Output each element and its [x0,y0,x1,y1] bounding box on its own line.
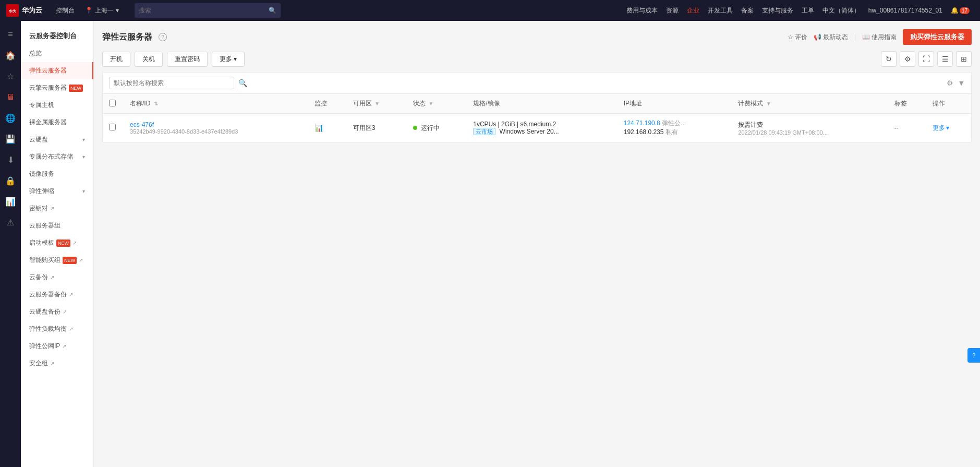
info-icon[interactable]: ? [159,33,167,41]
col-zone: 可用区 ▼ [347,94,407,114]
table-settings-icon[interactable]: ⚙ [947,79,953,87]
external-link-icon-2: ↗ [72,240,77,246]
start-button[interactable]: 开机 [102,52,130,67]
sidebar-item-security-group[interactable]: 安全组 ↗ [21,355,93,372]
ecs-name-link[interactable]: ecs-476f [130,121,302,128]
sidebar-icon-storage[interactable]: 💾 [1,129,20,148]
col-tags: 标签 [888,94,926,114]
sidebar-icon-alert[interactable]: ⚠ [1,213,20,232]
external-link-icon-7: ↗ [69,326,73,332]
cell-billing: 按需计费 2022/01/28 09:43:19 GMT+08:00... [732,114,888,142]
region-selector[interactable]: 📍 上海一 ▾ [80,6,124,15]
logo[interactable]: 华为 华为云 [6,4,42,17]
resources-menu[interactable]: 资源 [662,0,683,21]
sidebar-item-server-group[interactable]: 云服务器组 [21,217,93,234]
sidebar-item-autoscaling[interactable]: 弹性伸缩 ▾ [21,183,93,200]
table-search-icon[interactable]: 🔍 [238,79,247,87]
sidebar-item-disk-backup[interactable]: 云硬盘备份 ↗ [21,303,93,320]
page-header-actions: ☆ 评价 📢 最新动态 | 📖 使用指南 购买弹性云服务器 [788,29,972,45]
content-area: 弹性云服务器 ? ☆ 评价 📢 最新动态 | 📖 使用指南 购买弹性云服务器 [94,21,980,467]
chevron-down-icon: ▾ [234,55,237,63]
top-navigation: 华为 华为云 控制台 📍 上海一 ▾ 🔍 费用与成本 资源 企业 开发工具 备案… [0,0,980,21]
top-nav-right: 费用与成本 资源 企业 开发工具 备案 支持与服务 工单 中文（简体） hw_0… [622,0,974,21]
sidebar-item-ecs[interactable]: 弹性云服务器 [21,62,93,79]
icp-menu[interactable]: 备案 [737,0,758,21]
new-badge-cloud-ecs: NEW [69,85,83,92]
float-help-button[interactable]: ? [967,348,980,363]
rating-link[interactable]: ☆ 评价 [788,33,807,42]
ticket-menu[interactable]: 工单 [797,0,818,21]
grid-view-button[interactable]: ⊞ [956,51,972,67]
zone-filter-icon[interactable]: ▼ [374,101,380,106]
username[interactable]: hw_008617817174552_01 [864,0,947,21]
marketplace-tag: 云市场 [473,128,495,135]
notification-bell[interactable]: 🔔17 [947,0,974,21]
table-filter-icon[interactable]: ▼ [958,79,965,87]
sidebar-icon-network[interactable]: 🌐 [1,109,20,127]
sidebar-item-dedicated-host[interactable]: 专属主机 [21,97,93,114]
sidebar-icon-home[interactable]: 🏠 [1,46,20,65]
refresh-button[interactable]: ↻ [881,51,897,67]
sidebar-item-image[interactable]: 镜像服务 [21,165,93,183]
search-icon: 🔍 [269,7,276,14]
table-search-input[interactable] [109,77,234,89]
more-actions-button[interactable]: 更多 ▾ [212,52,245,67]
reset-password-button[interactable]: 重置密码 [167,52,208,67]
main-layout: ≡ 🏠 ☆ 🖥 🌐 💾 ⬇ 🔒 📊 ⚠ 云服务器控制台 总览 弹性云服务器 云擎… [0,21,980,467]
list-view-button[interactable]: ☰ [937,51,953,67]
arrow-icon: ▾ [82,137,85,142]
sidebar-icon-monitor[interactable]: 📊 [1,192,20,211]
sidebar-item-eip[interactable]: 弹性公网IP ↗ [21,338,93,355]
monitor-icon[interactable]: 📊 [314,124,323,132]
language-menu[interactable]: 中文（简体） [818,0,864,21]
external-link-icon-5: ↗ [69,292,73,297]
billing-filter-icon[interactable]: ▼ [766,101,771,106]
sidebar-icon-star[interactable]: ☆ [1,67,20,86]
sidebar-item-disk[interactable]: 云硬盘 ▾ [21,131,93,148]
cell-monitor: 📊 [308,114,346,142]
buy-ecs-button[interactable]: 购买弹性云服务器 [903,29,972,45]
status-filter-icon[interactable]: ▼ [428,101,433,106]
more-chevron-icon: ▾ [946,124,949,131]
row-checkbox[interactable] [109,124,116,130]
enterprise-menu[interactable]: 企业 [683,0,704,21]
cost-menu[interactable]: 费用与成本 [622,0,662,21]
toolbar: 开机 关机 重置密码 更多 ▾ ↻ ⚙ ⛶ ☰ ⊞ [102,51,972,67]
fullscreen-button[interactable]: ⛶ [918,51,934,67]
sidebar-item-backup[interactable]: 云备份 ↗ [21,269,93,286]
external-link-icon-4: ↗ [50,274,54,280]
sidebar-icon-server[interactable]: 🖥 [1,88,20,106]
select-all-checkbox[interactable] [109,100,116,106]
settings-button[interactable]: ⚙ [900,51,915,67]
sidebar-item-cloud-ecs[interactable]: 云擎云服务器 NEW [21,79,93,97]
sidebar-item-smart-buy[interactable]: 智能购买组 NEW ↗ [21,252,93,269]
console-link[interactable]: 控制台 [51,0,80,21]
external-link-icon: ↗ [50,206,54,211]
sidebar-item-launch-template[interactable]: 启动模板 NEW ↗ [21,234,93,252]
sidebar-item-keypair[interactable]: 密钥对 ↗ [21,200,93,217]
sidebar-item-elb[interactable]: 弹性负载均衡 ↗ [21,320,93,338]
col-name: 名称/ID ⇅ [124,94,308,114]
usage-guide-link[interactable]: 📖 使用指南 [862,33,897,42]
sidebar-item-overview[interactable]: 总览 [21,45,93,62]
row-more-button[interactable]: 更多 ▾ [933,124,949,133]
cell-zone: 可用区3 [347,114,407,142]
sidebar-item-dedicated-storage[interactable]: 专属分布式存储 ▾ [21,148,93,165]
stop-button[interactable]: 关机 [135,52,163,67]
public-ip-link[interactable]: 124.71.190.8 [624,119,660,127]
sidebar-icon-menu[interactable]: ≡ [1,25,20,44]
sidebar-item-server-backup[interactable]: 云服务器备份 ↗ [21,286,93,303]
sidebar-header: 云服务器控制台 [21,25,93,45]
table-header-row: 名称/ID ⇅ 监控 可用区 ▼ 状态 ▼ [103,94,971,114]
sidebar-icon-security[interactable]: 🔒 [1,171,20,190]
latest-update-link[interactable]: 📢 最新动态 [814,33,848,42]
global-search[interactable]: 🔍 [135,3,281,18]
sidebar-item-bare-metal[interactable]: 裸金属服务器 [21,114,93,131]
search-input[interactable] [139,7,265,14]
devtools-menu[interactable]: 开发工具 [704,0,737,21]
support-menu[interactable]: 支持与服务 [758,0,797,21]
page-header: 弹性云服务器 ? ☆ 评价 📢 最新动态 | 📖 使用指南 购买弹性云服务器 [102,29,972,45]
sort-icon[interactable]: ⇅ [154,101,158,106]
sidebar-icon-download[interactable]: ⬇ [1,150,20,169]
col-spec: 规格/镜像 [467,94,617,114]
